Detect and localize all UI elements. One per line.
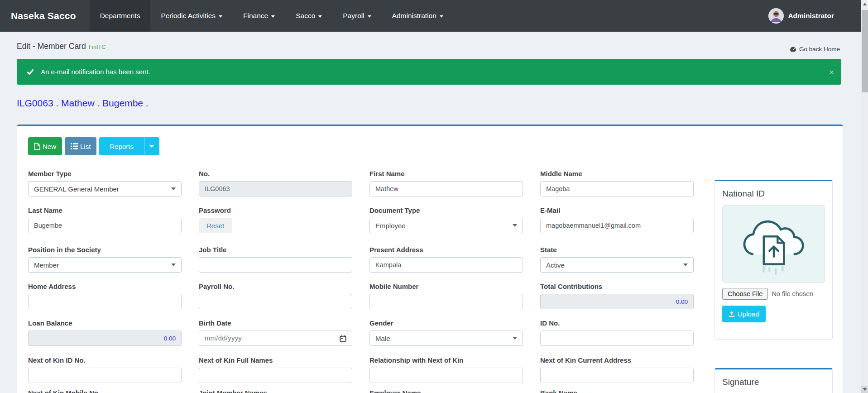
field-label: Next of Kin Current Address <box>540 356 694 364</box>
scroll-up-arrow[interactable] <box>861 0 868 8</box>
reports-dropdown-toggle[interactable] <box>144 137 159 155</box>
next-of-kin-current-address-input[interactable] <box>540 368 694 383</box>
document-type-select[interactable]: Employee <box>369 218 523 233</box>
field-present-address: Present AddressKampala <box>369 246 523 254</box>
go-back-home-link[interactable]: Go back Home <box>790 46 840 53</box>
field-next-of-kin-id-no: Next of Kin ID No. <box>28 356 182 364</box>
field-birth-date: Birth Datemm/dd/yyyy <box>199 319 352 327</box>
tachometer-icon <box>790 46 796 53</box>
reports-button[interactable]: Reports <box>99 137 144 155</box>
close-icon[interactable]: × <box>829 67 834 76</box>
caret-down-icon <box>318 15 322 18</box>
home-address-input[interactable] <box>28 294 182 309</box>
field-label: Member Type <box>28 170 182 177</box>
nav-item-periodic-activities[interactable]: Periodic Activities <box>150 0 233 32</box>
field-position-in-the-society: Position in the SocietyMember <box>28 246 182 254</box>
field-label: Next of Kin ID No. <box>28 356 182 364</box>
success-alert: An e-mail notification has been sent. × <box>17 59 841 85</box>
alert-message: An e-mail notification has been sent. <box>41 68 150 76</box>
field-label: Relationship with Next of Kin <box>369 356 523 364</box>
scroll-down-arrow[interactable] <box>861 386 868 393</box>
field-label: Joint Member Names <box>199 389 352 393</box>
nav-item-sacco[interactable]: Sacco <box>285 0 332 32</box>
nav-item-administration[interactable]: Administration <box>382 0 454 32</box>
new-button[interactable]: New <box>28 137 62 155</box>
field-label: Last Name <box>28 206 182 214</box>
caret-down-icon <box>219 15 222 18</box>
field-label: Document Type <box>369 206 523 214</box>
password-reset-button[interactable]: Reset <box>199 218 232 233</box>
next-of-kin-full-names-input[interactable] <box>199 368 352 383</box>
caret-down-icon <box>171 187 176 190</box>
field-middle-name: Middle NameMagoba <box>540 170 694 177</box>
nav-item-label: Sacco <box>296 12 315 20</box>
field-label: Position in the Society <box>28 246 182 254</box>
member-type-select[interactable]: GENERAL General Member <box>28 181 182 196</box>
caret-down-icon <box>513 337 517 340</box>
field-relationship-with-next-of-kin: Relationship with Next of Kin <box>369 356 523 364</box>
nav-item-finance[interactable]: Finance <box>233 0 285 32</box>
gender-select[interactable]: Male <box>369 331 523 346</box>
field-mobile-number: Mobile Number <box>369 283 523 290</box>
relationship-with-next-of-kin-input[interactable] <box>369 368 523 383</box>
user-name: Administrator <box>788 12 834 20</box>
field-joint-member-names: Joint Member Names <box>199 389 352 393</box>
field-first-name: First NameMathew <box>369 170 523 177</box>
field-label: ID No. <box>540 319 694 327</box>
calendar-icon <box>340 335 346 342</box>
field-label: Bank Name <box>540 389 694 393</box>
nav-item-departments[interactable]: Departments <box>90 0 151 32</box>
first-name-input[interactable]: Mathew <box>369 181 523 196</box>
nav-item-payroll[interactable]: Payroll <box>332 0 381 32</box>
field-label: Present Address <box>369 246 523 254</box>
job-title-input[interactable] <box>199 257 352 273</box>
field-label: Gender <box>369 319 523 327</box>
loan-balance-input: 0.00 <box>28 331 182 346</box>
field-label: Middle Name <box>540 170 694 177</box>
file-icon <box>34 143 40 150</box>
field-password: PasswordReset <box>199 206 352 214</box>
list-button[interactable]: List <box>65 137 96 155</box>
brand-logo[interactable]: Naseka Sacco <box>0 0 90 32</box>
present-address-input[interactable]: Kampala <box>369 257 523 273</box>
field-state: StateActive <box>540 246 694 254</box>
field-e-mail: E-Mailmagobaemmanuel1@gmail.com <box>540 206 694 214</box>
field-label: Job Title <box>199 246 352 254</box>
field-total-contributions: Total Contributions0.00 <box>540 283 694 290</box>
field-job-title: Job Title <box>199 246 352 254</box>
national-id-card: National ID Choose File No file chosen <box>715 180 833 340</box>
middle-name-input[interactable]: Magoba <box>540 181 694 196</box>
upload-button[interactable]: Upload <box>722 306 766 322</box>
national-id-title: National ID <box>722 189 825 199</box>
caret-down-icon <box>271 15 275 18</box>
field-label: Birth Date <box>199 319 352 327</box>
next-of-kin-id-no-input[interactable] <box>28 368 182 383</box>
field-label: Home Address <box>28 283 182 290</box>
field-loan-balance: Loan Balance0.00 <box>28 319 182 327</box>
page-title: Edit - Member CardFinITC <box>17 42 106 51</box>
position-in-the-society-select[interactable]: Member <box>28 257 182 273</box>
cloud-upload-illustration <box>722 205 825 283</box>
file-status: No file chosen <box>772 290 813 297</box>
field-label: Next of Kin Mobile No. <box>28 389 182 393</box>
e-mail-input[interactable]: magobaemmanuel1@gmail.com <box>540 218 694 233</box>
mobile-number-input[interactable] <box>369 294 523 309</box>
payroll-no-input[interactable] <box>199 294 352 309</box>
id-no-input[interactable] <box>540 331 694 346</box>
choose-file-button[interactable]: Choose File <box>722 288 768 300</box>
field-next-of-kin-current-address: Next of Kin Current Address <box>540 356 694 364</box>
user-menu[interactable]: Administrator <box>768 0 834 32</box>
birth-date-input[interactable]: mm/dd/yyyy <box>199 331 352 346</box>
field-label: Next of Kin Full Names <box>199 356 352 364</box>
scrollbar[interactable] <box>861 0 868 393</box>
scroll-thumb[interactable] <box>862 10 868 92</box>
field-no: No.ILG0063 <box>199 170 352 177</box>
toolbar: New List Reports <box>28 137 159 155</box>
field-id-no: ID No. <box>540 319 694 327</box>
caret-down-icon <box>368 15 371 18</box>
field-next-of-kin-full-names: Next of Kin Full Names <box>199 356 352 364</box>
state-select[interactable]: Active <box>540 257 694 273</box>
last-name-input[interactable]: Bugembe <box>28 218 182 233</box>
field-bank-name: Bank Name <box>540 389 694 393</box>
field-label: Employer Name <box>369 389 523 393</box>
